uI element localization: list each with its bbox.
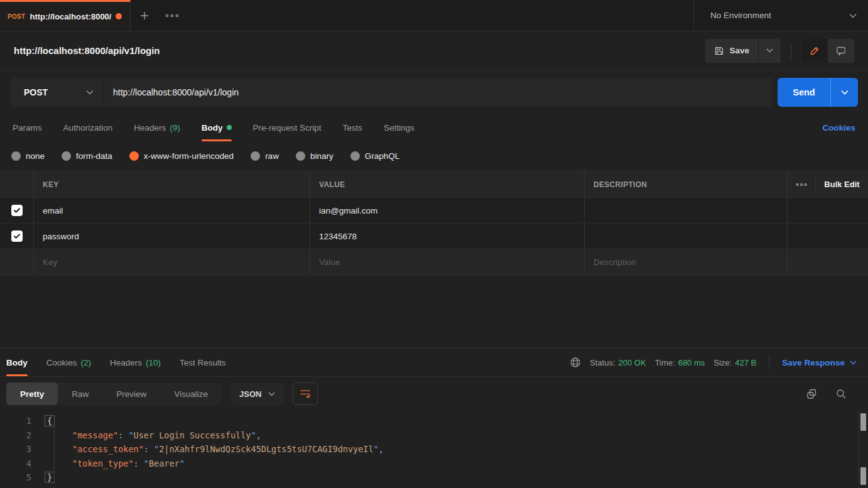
environment-selector[interactable]: No Environment <box>710 11 857 20</box>
scrollbar-thumb[interactable] <box>860 467 866 485</box>
tab-body[interactable]: Body <box>202 114 232 141</box>
wrap-text-icon <box>300 389 311 399</box>
response-meta: Status: 200 OK Time: 680 ms Size: 427 B … <box>570 355 862 369</box>
scrollbar-track[interactable] <box>859 411 868 488</box>
table-header-row: KEY VALUE DESCRIPTION Bulk Edit <box>0 171 868 198</box>
tab-settings-label: Settings <box>384 123 415 133</box>
size-value: 427 B <box>735 358 756 367</box>
json-value: 2|nXahfr9lNwdQzSck45DLgts5tsU7CAGI9dnvye… <box>159 444 373 454</box>
row-actions-cell <box>787 224 868 249</box>
request-title: http://localhost:8000/api/v1/login <box>14 45 160 56</box>
line-number: 4 <box>0 457 31 471</box>
bulk-edit-button[interactable]: Bulk Edit <box>816 171 868 197</box>
line-number: 5 <box>0 470 31 485</box>
divider <box>791 43 791 58</box>
checkbox-checked-icon[interactable] <box>11 205 23 216</box>
table-options-button[interactable] <box>788 171 815 197</box>
tab-options-button[interactable] <box>158 0 186 31</box>
scrollbar-thumb[interactable] <box>860 413 866 431</box>
format-selector[interactable]: JSON <box>231 382 283 405</box>
wrap-text-button[interactable] <box>293 382 318 405</box>
tab-prerequest-label: Pre-request Script <box>253 123 322 133</box>
save-response-button[interactable]: Save Response <box>782 358 857 367</box>
tab-headers[interactable]: Headers (9) <box>134 114 180 141</box>
value-cell[interactable]: 12345678 <box>310 224 584 249</box>
chevron-down-icon <box>766 48 773 53</box>
search-button[interactable] <box>836 389 847 399</box>
tab-authorization[interactable]: Authorization <box>63 114 113 141</box>
body-type-form-data-label: form-data <box>76 151 112 161</box>
response-tab-headers[interactable]: Headers (10) <box>110 349 161 376</box>
json-key: "message" <box>72 430 118 440</box>
view-preview-button[interactable]: Preview <box>102 382 160 405</box>
description-input-placeholder[interactable]: Description <box>584 249 787 274</box>
key-cell[interactable]: email <box>33 198 310 223</box>
body-type-urlencoded[interactable]: x-www-form-urlencoded <box>129 151 234 161</box>
view-raw-button[interactable]: Raw <box>58 382 102 405</box>
radio-icon <box>62 151 71 161</box>
code-line: 2 "message": "User Login Successfully", <box>0 428 868 443</box>
save-options-button[interactable] <box>758 39 781 63</box>
body-type-graphql[interactable]: GraphQL <box>350 151 400 161</box>
description-cell[interactable] <box>584 224 787 249</box>
tab-pre-request-script[interactable]: Pre-request Script <box>253 114 322 141</box>
response-tab-body[interactable]: Body <box>6 349 28 376</box>
status-label: Status: <box>590 358 615 367</box>
view-mode-switcher: Pretty Raw Preview Visualize <box>6 382 222 405</box>
json-value: User Login Successfully <box>134 430 251 440</box>
response-cookies-label: Cookies <box>46 358 77 367</box>
save-button[interactable]: Save <box>705 39 758 63</box>
body-type-none[interactable]: none <box>11 151 45 161</box>
response-body-viewer[interactable]: 1 { 2 "message": "User Login Successfull… <box>0 411 868 488</box>
copy-button[interactable] <box>806 389 817 399</box>
value-input-placeholder[interactable]: Value <box>310 249 584 274</box>
chevron-down-icon <box>86 90 94 95</box>
request-url-row: POST http://localhost:8000/api/v1/login … <box>0 70 868 114</box>
view-pretty-button[interactable]: Pretty <box>6 382 58 405</box>
cookies-link[interactable]: Cookies <box>822 123 855 133</box>
key-input-placeholder[interactable]: Key <box>33 249 310 274</box>
body-type-form-data[interactable]: form-data <box>62 151 112 161</box>
save-icon <box>714 46 724 56</box>
fold-marker[interactable]: { <box>45 415 55 426</box>
value-cell[interactable]: ian@gmail.com <box>310 198 584 223</box>
ellipsis-icon <box>165 13 179 18</box>
test-results-label: Test Results <box>180 358 226 367</box>
new-tab-button[interactable] <box>131 0 158 31</box>
fold-marker[interactable]: } <box>45 472 55 483</box>
body-type-graphql-label: GraphQL <box>365 151 400 161</box>
save-button-group: Save <box>705 39 781 63</box>
key-column-header: KEY <box>33 171 310 197</box>
checkbox-checked-icon[interactable] <box>11 230 23 242</box>
send-button[interactable]: Send <box>778 78 858 107</box>
size-badge: Size: 427 B <box>713 358 756 367</box>
method-selector[interactable]: POST <box>10 78 104 107</box>
edit-request-button[interactable] <box>801 39 828 63</box>
tab-method-label: POST <box>8 13 25 20</box>
globe-icon[interactable] <box>570 357 581 368</box>
key-cell[interactable]: password <box>33 224 310 249</box>
request-tab[interactable]: POST http://localhost:8000/ <box>0 0 131 31</box>
tab-settings[interactable]: Settings <box>384 114 415 141</box>
tab-headers-label: Headers <box>134 123 166 133</box>
value-column-header: VALUE <box>310 171 584 197</box>
url-input[interactable]: http://localhost:8000/api/v1/login <box>104 87 773 97</box>
response-tab-test-results[interactable]: Test Results <box>180 349 226 376</box>
body-type-row: none form-data x-www-form-urlencoded raw… <box>0 141 868 171</box>
indent-guide <box>54 426 55 482</box>
description-cell[interactable] <box>584 198 787 223</box>
row-actions-cell <box>787 198 868 223</box>
body-type-raw[interactable]: raw <box>251 151 279 161</box>
body-type-binary[interactable]: binary <box>296 151 334 161</box>
comments-button[interactable] <box>828 39 854 63</box>
send-options-button[interactable] <box>830 78 858 107</box>
environment-label: No Environment <box>710 11 771 20</box>
row-select-cell <box>0 224 33 249</box>
json-key: "access_token" <box>72 444 144 454</box>
view-visualize-button[interactable]: Visualize <box>160 382 222 405</box>
tab-tests[interactable]: Tests <box>342 114 362 141</box>
code-line: 4 "token_type": "Bearer" <box>0 457 868 471</box>
tab-params[interactable]: Params <box>13 114 42 141</box>
table-row-empty: Key Value Description <box>0 249 868 275</box>
response-tab-cookies[interactable]: Cookies (2) <box>46 349 91 376</box>
